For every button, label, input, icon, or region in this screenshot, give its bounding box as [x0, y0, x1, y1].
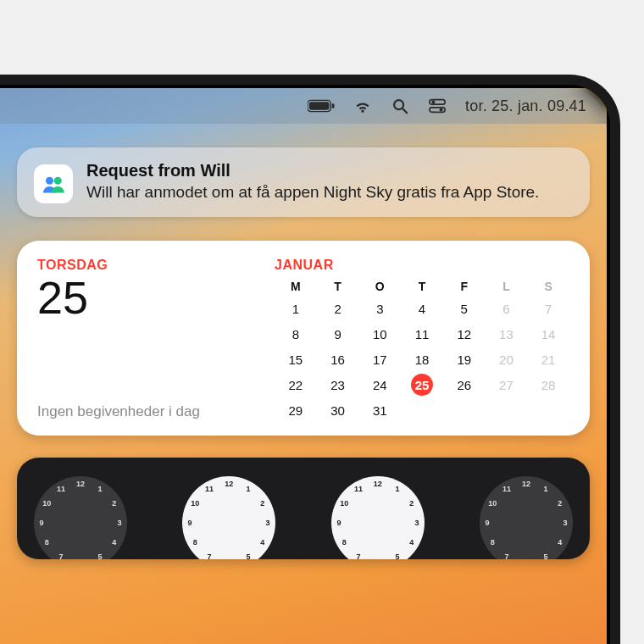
- clock-numeral: 2: [256, 496, 269, 510]
- clock-numeral: 2: [553, 496, 567, 510]
- clock-numeral: 4: [108, 535, 121, 549]
- calendar-day-cell[interactable]: 21: [527, 349, 569, 369]
- menubar-datetime[interactable]: tor. 25. jan. 09.41: [465, 97, 586, 115]
- calendar-grid: MTOTFLS123456789101112131415161718192021…: [275, 280, 569, 420]
- clock-numeral: 6: [223, 558, 235, 559]
- clock-numeral: 1: [538, 482, 552, 496]
- calendar-day-cell[interactable]: 29: [275, 400, 317, 420]
- clock-numeral: 10: [189, 496, 203, 510]
- clock-numeral: 7: [203, 550, 217, 559]
- clock-numeral: 8: [486, 535, 499, 549]
- calendar-day-cell: [527, 400, 569, 420]
- calendar-day-cell[interactable]: 14: [527, 324, 569, 344]
- calendar-day-cell[interactable]: 2: [317, 298, 359, 319]
- control-center-icon[interactable]: [428, 97, 447, 115]
- calendar-day-cell[interactable]: 9: [317, 324, 359, 344]
- calendar-day-cell[interactable]: 20: [486, 349, 528, 369]
- search-icon[interactable]: [391, 97, 409, 115]
- clock-numeral: 10: [337, 496, 351, 510]
- clock-numeral: 4: [256, 535, 269, 549]
- clock-numeral: 9: [335, 517, 343, 529]
- calendar-day-cell[interactable]: 19: [443, 349, 486, 369]
- desktop-wallpaper: tor. 25. jan. 09.41 Request from Will Wi…: [0, 88, 607, 644]
- svg-rect-2: [332, 103, 335, 108]
- world-clock-widget[interactable]: 121234567891011 121234567891011 12123456…: [17, 458, 590, 559]
- clock-numeral: 3: [264, 517, 272, 529]
- clock-numeral: 1: [92, 482, 107, 496]
- calendar-day-cell[interactable]: 11: [401, 324, 443, 344]
- calendar-day-cell[interactable]: 23: [317, 375, 359, 395]
- calendar-day-cell[interactable]: 26: [443, 375, 486, 395]
- clock-face: 121234567891011: [480, 476, 573, 559]
- svg-point-8: [440, 108, 443, 112]
- clock-numeral: 5: [538, 550, 552, 559]
- calendar-day-cell[interactable]: 13: [486, 324, 528, 344]
- device-bezel: tor. 25. jan. 09.41 Request from Will Wi…: [0, 75, 620, 644]
- notification-title: Request from Will: [86, 161, 539, 180]
- clock-numeral: 2: [405, 496, 419, 510]
- battery-icon[interactable]: [308, 99, 335, 113]
- clock-numeral: 1: [242, 482, 256, 496]
- calendar-weekday-header: L: [486, 280, 528, 293]
- clock-numeral: 7: [499, 550, 514, 559]
- calendar-day-cell[interactable]: 1: [275, 298, 317, 319]
- clock-face: 121234567891011: [182, 476, 275, 559]
- clock-numeral: 6: [520, 558, 532, 559]
- calendar-day-cell[interactable]: 28: [527, 375, 569, 395]
- svg-point-9: [46, 177, 53, 185]
- clock-numeral: 12: [372, 480, 384, 488]
- svg-point-6: [431, 100, 435, 103]
- calendar-day-cell[interactable]: 7: [527, 298, 569, 319]
- clock-numeral: 5: [390, 550, 404, 559]
- clock-face: 121234567891011: [331, 476, 425, 559]
- clock-numeral: 5: [242, 550, 256, 559]
- calendar-day-cell[interactable]: 25: [401, 375, 443, 395]
- calendar-day-cell[interactable]: 24: [358, 375, 401, 395]
- wifi-icon[interactable]: [353, 97, 372, 115]
- calendar-day-cell[interactable]: 8: [275, 324, 317, 344]
- clock-numeral: 4: [553, 535, 567, 549]
- notification-banner[interactable]: Request from Will Will har anmodet om at…: [17, 147, 590, 217]
- clock-numeral: 8: [337, 535, 351, 549]
- clock-numeral: 10: [40, 496, 53, 510]
- family-sharing-icon: [34, 164, 73, 203]
- clock-numeral: 1: [390, 482, 404, 496]
- svg-rect-1: [309, 102, 330, 109]
- calendar-day-cell[interactable]: 15: [275, 349, 317, 369]
- calendar-day-cell[interactable]: 6: [486, 298, 528, 319]
- clock-numeral: 7: [53, 550, 68, 559]
- notification-body: Will har anmodet om at få appen Night Sk…: [86, 182, 539, 203]
- calendar-weekday-header: T: [401, 280, 443, 293]
- calendar-day-name: TORSDAG: [37, 258, 266, 273]
- calendar-day-cell[interactable]: 4: [401, 298, 443, 319]
- calendar-day-number: 25: [37, 275, 266, 320]
- clock-numeral: 8: [40, 535, 53, 549]
- calendar-today-panel: TORSDAG 25 Ingen begivenheder i dag: [37, 258, 266, 420]
- calendar-day-cell[interactable]: 22: [275, 375, 317, 395]
- calendar-day-cell[interactable]: 30: [317, 400, 359, 420]
- calendar-day-cell[interactable]: 27: [486, 375, 528, 395]
- calendar-day-cell[interactable]: 10: [358, 324, 401, 344]
- calendar-month-label: JANUAR: [275, 258, 569, 273]
- clock-face: 121234567891011: [34, 476, 127, 559]
- clock-numeral: 12: [520, 480, 532, 488]
- calendar-day-cell[interactable]: 12: [443, 324, 486, 344]
- clock-numeral: 12: [223, 480, 235, 488]
- calendar-weekday-header: O: [358, 280, 401, 293]
- svg-point-10: [54, 177, 62, 185]
- calendar-widget[interactable]: TORSDAG 25 Ingen begivenheder i dag JANU…: [17, 241, 590, 436]
- calendar-day-cell[interactable]: 5: [443, 298, 486, 319]
- clock-numeral: 11: [53, 482, 68, 496]
- clock-numeral: 10: [486, 496, 499, 510]
- calendar-day-cell[interactable]: 3: [358, 298, 401, 319]
- clock-numeral: 8: [189, 535, 203, 549]
- calendar-day-cell[interactable]: 17: [358, 349, 401, 369]
- calendar-day-cell[interactable]: 18: [401, 349, 443, 369]
- clock-numeral: 11: [351, 482, 365, 496]
- calendar-day-cell: [443, 400, 486, 420]
- calendar-day-cell[interactable]: 16: [317, 349, 359, 369]
- clock-numeral: 3: [413, 517, 421, 529]
- calendar-day-cell[interactable]: 31: [358, 400, 401, 420]
- clock-numeral: 4: [405, 535, 419, 549]
- notification-content: Request from Will Will har anmodet om at…: [86, 161, 539, 203]
